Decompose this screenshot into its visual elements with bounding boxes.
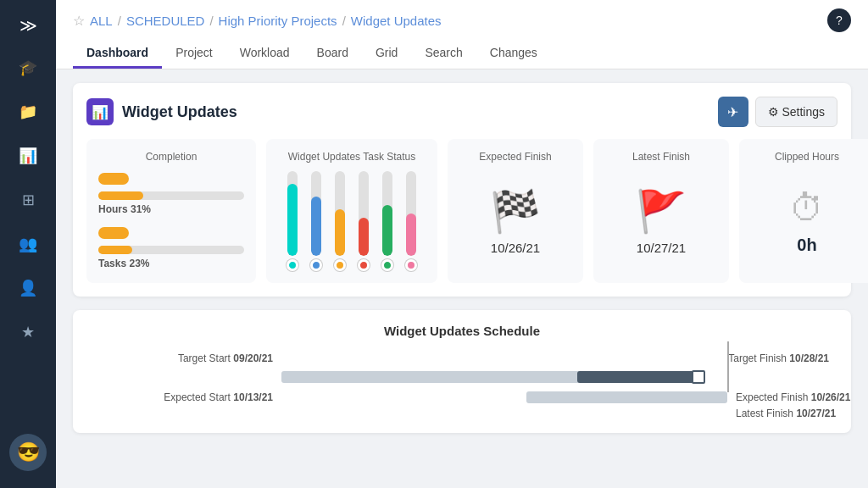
bar-dot-4 <box>358 259 370 271</box>
task-status-bars <box>278 171 426 271</box>
target-bar-end <box>692 370 705 384</box>
breadcrumb-sep-2: / <box>209 14 213 28</box>
expected-finish-box: Expected Finish 🏁 10/26/21 <box>448 139 583 283</box>
schedule-row-4: Latest Finish 10/27/21 <box>95 408 829 419</box>
target-bar-area <box>281 350 720 367</box>
clock-icon: ⏱ <box>789 188 825 229</box>
bar-col-4 <box>358 171 370 271</box>
bar-wrap-6 <box>406 171 416 256</box>
bar-fill-1 <box>287 184 298 256</box>
latest-finish-date: 10/27/21 <box>637 241 686 255</box>
breadcrumb-all[interactable]: ALL <box>90 14 113 28</box>
bar-chart-icon: 📊 <box>92 104 108 120</box>
latest-finish-box: Latest Finish 🚩 10/27/21 <box>593 139 729 283</box>
sidebar-item-star[interactable]: ★ <box>9 313 47 351</box>
sidebar-item-users[interactable]: 👥 <box>9 225 47 263</box>
sidebar-item-graduation[interactable]: 🎓 <box>9 49 47 86</box>
tab-search[interactable]: Search <box>411 39 476 69</box>
hours-label: Hours 31% <box>98 203 244 215</box>
user-avatar[interactable]: 😎 <box>9 434 47 471</box>
card-actions: ✈ ⚙ Settings <box>718 97 837 127</box>
schedule-title: Widget Updates Schedule <box>86 324 837 338</box>
nav-tabs: Dashboard Project Workload Board Grid Se… <box>73 39 851 69</box>
bar-fill-6 <box>406 214 416 256</box>
expected-finish-label-schedule: Expected Finish 10/26/21 <box>727 391 829 403</box>
bar-col-6 <box>405 171 417 271</box>
schedule-row-3: Expected Start 10/13/21 Expected Finish … <box>95 391 829 404</box>
schedule-line-1 <box>727 341 729 392</box>
hours-row: Hours 31% <box>98 173 244 215</box>
bar-dot-6 <box>405 259 417 271</box>
card-header: 📊 Widget Updates ✈ ⚙ Settings <box>86 97 837 127</box>
latest-finish-label: Latest Finish <box>605 151 717 163</box>
stats-grid: Completion Hours 31% <box>86 139 837 283</box>
sidebar-item-grid[interactable]: ⊞ <box>9 181 47 219</box>
schedule-row-2 <box>95 370 829 384</box>
bar-fill-2 <box>311 197 321 256</box>
breadcrumb-current: Widget Updates <box>351 14 442 28</box>
clipped-hours-label: Clipped Hours <box>751 151 863 163</box>
bar-col-2 <box>310 171 322 271</box>
tab-project[interactable]: Project <box>162 39 226 69</box>
bar-col-5 <box>381 171 393 271</box>
sidebar: ≫ 🎓 📁 📊 ⊞ 👥 👤 ★ 😎 <box>0 0 56 488</box>
bar-col-1 <box>287 171 298 271</box>
task-status-label: Widget Updates Task Status <box>278 151 426 163</box>
bar-fill-4 <box>359 218 369 256</box>
breadcrumb: ☆ ALL / SCHEDULED / High Priority Projec… <box>73 8 851 32</box>
bar-fill-5 <box>382 205 392 256</box>
sidebar-item-person[interactable]: 👤 <box>9 269 47 307</box>
target-start-label: Target Start 09/20/21 <box>95 352 281 364</box>
breadcrumb-high-priority[interactable]: High Priority Projects <box>219 14 337 28</box>
latest-finish-label-schedule: Latest Finish 10/27/21 <box>727 408 829 419</box>
tasks-fill <box>98 246 132 254</box>
flag-icon: 🚩 <box>636 188 687 236</box>
tab-workload[interactable]: Workload <box>226 39 303 69</box>
tab-dashboard[interactable]: Dashboard <box>73 39 162 69</box>
schedule-card: Widget Updates Schedule Target Start 09/… <box>73 310 851 433</box>
bar-wrap-4 <box>359 171 369 256</box>
breadcrumb-sep-1: / <box>118 14 121 28</box>
sidebar-toggle[interactable]: ≫ <box>0 8 56 42</box>
clipped-hours-box: Clipped Hours ⏱ 0h <box>739 139 868 283</box>
bar-dot-3 <box>334 259 346 271</box>
sidebar-item-chart[interactable]: 📊 <box>9 137 47 175</box>
topbar: ☆ ALL / SCHEDULED / High Priority Projec… <box>56 0 868 69</box>
hours-indicator <box>98 173 129 185</box>
tasks-indicator <box>98 227 129 239</box>
checkered-flag-icon: 🏁 <box>490 188 541 236</box>
expected-bar <box>526 391 727 403</box>
expected-bar-area <box>281 391 727 404</box>
hours-track <box>98 191 244 200</box>
task-status-box: Widget Updates Task Status <box>266 139 437 283</box>
send-button[interactable]: ✈ <box>718 97 748 127</box>
target-finish-label: Target Finish 10/28/21 <box>720 352 829 364</box>
card-title-group: 📊 Widget Updates <box>86 98 237 125</box>
expected-finish-center: 🏁 10/26/21 <box>459 171 571 271</box>
content-area: 📊 Widget Updates ✈ ⚙ Settings Completion <box>56 69 868 488</box>
tasks-row: Tasks 23% <box>98 227 244 269</box>
bar-wrap-1 <box>287 171 298 256</box>
bar-dot-1 <box>287 259 298 271</box>
sidebar-item-folder[interactable]: 📁 <box>9 93 47 130</box>
bar-wrap-3 <box>335 171 345 256</box>
bar-wrap-5 <box>382 171 392 256</box>
expected-finish-label: Expected Finish <box>459 151 571 163</box>
tab-changes[interactable]: Changes <box>476 39 551 69</box>
breadcrumb-star[interactable]: ☆ <box>73 13 85 29</box>
dashboard-card: 📊 Widget Updates ✈ ⚙ Settings Completion <box>73 83 851 297</box>
tasks-track <box>98 246 244 254</box>
breadcrumb-scheduled[interactable]: SCHEDULED <box>126 14 205 28</box>
expected-start-label: Expected Start 10/13/21 <box>95 391 281 403</box>
card-title: Widget Updates <box>122 103 237 121</box>
completion-box: Completion Hours 31% <box>86 139 256 283</box>
settings-button[interactable]: ⚙ Settings <box>755 97 837 127</box>
tab-board[interactable]: Board <box>303 39 362 69</box>
hours-fill <box>98 191 143 200</box>
card-title-icon: 📊 <box>86 98 114 125</box>
tab-grid[interactable]: Grid <box>362 39 411 69</box>
latest-finish-center: 🚩 10/27/21 <box>605 171 717 271</box>
breadcrumb-sep-3: / <box>342 14 346 28</box>
help-button[interactable]: ? <box>827 8 851 32</box>
bar-fill-3 <box>335 209 345 256</box>
